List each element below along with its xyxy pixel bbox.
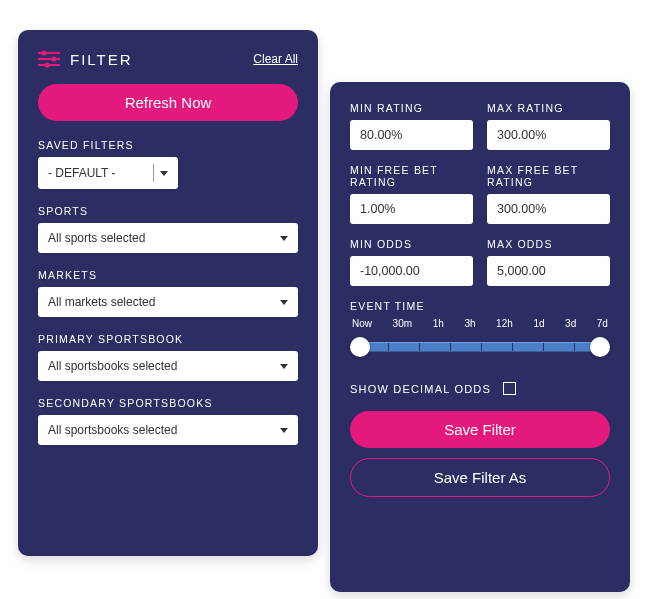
event-time-slider[interactable]: Now 30m 1h 3h 12h 1d 3d 7d [350,318,610,362]
free-bet-rating-row: MIN FREE BET RATING MAX FREE BET RATING [350,164,610,224]
tick: 1d [533,318,544,329]
chevron-down-icon [280,364,288,369]
min-rating-label: MIN RATING [350,102,473,114]
chevron-down-icon [280,428,288,433]
refresh-now-button[interactable]: Refresh Now [38,84,298,121]
odds-row: MIN ODDS MAX ODDS [350,238,610,286]
tick: 12h [496,318,513,329]
saved-filters-group: SAVED FILTERS - DEFAULT - [38,139,298,189]
max-odds-group: MAX ODDS [487,238,610,286]
event-time-label: EVENT TIME [350,300,610,312]
chevron-down-icon [160,171,168,176]
min-rating-input[interactable] [350,120,473,150]
saved-filters-select[interactable]: - DEFAULT - [38,157,178,189]
secondary-sportsbooks-select[interactable]: All sportsbooks selected [38,415,298,445]
svg-point-4 [51,56,56,61]
select-divider [153,164,154,182]
markets-select[interactable]: All markets selected [38,287,298,317]
slider-thumb-max[interactable] [590,337,610,357]
save-filter-as-button[interactable]: Save Filter As [350,458,610,497]
primary-sportsbook-group: PRIMARY SPORTSBOOK All sportsbooks selec… [38,333,298,381]
max-rating-label: MAX RATING [487,102,610,114]
min-free-bet-rating-input[interactable] [350,194,473,224]
max-rating-group: MAX RATING [487,102,610,150]
show-decimal-odds-checkbox[interactable] [503,382,516,395]
markets-label: MARKETS [38,269,298,281]
sports-value: All sports selected [48,231,145,245]
chevron-down-icon [280,300,288,305]
secondary-sportsbooks-value: All sportsbooks selected [48,423,177,437]
svg-point-5 [44,62,49,67]
min-free-bet-rating-group: MIN FREE BET RATING [350,164,473,224]
max-free-bet-rating-group: MAX FREE BET RATING [487,164,610,224]
tick: Now [352,318,372,329]
event-time-group: EVENT TIME Now 30m 1h 3h 12h 1d 3d 7d [350,300,610,362]
save-filter-button[interactable]: Save Filter [350,411,610,448]
filter-title-text: FILTER [70,51,133,68]
saved-filters-value: - DEFAULT - [48,166,116,180]
max-free-bet-rating-label: MAX FREE BET RATING [487,164,610,188]
secondary-sportsbooks-label: SECONDARY SPORTSBOOKS [38,397,298,409]
sports-group: SPORTS All sports selected [38,205,298,253]
slider-track [358,342,602,352]
max-odds-input[interactable] [487,256,610,286]
saved-filters-label: SAVED FILTERS [38,139,298,151]
max-odds-label: MAX ODDS [487,238,610,250]
filter-panel-left: FILTER Clear All Refresh Now SAVED FILTE… [18,30,318,556]
filter-title: FILTER [38,50,133,68]
tick: 3d [565,318,576,329]
sports-select[interactable]: All sports selected [38,223,298,253]
min-free-bet-rating-label: MIN FREE BET RATING [350,164,473,188]
min-odds-group: MIN ODDS [350,238,473,286]
show-decimal-odds-row: SHOW DECIMAL ODDS [350,382,610,395]
clear-all-link[interactable]: Clear All [253,52,298,66]
max-rating-input[interactable] [487,120,610,150]
markets-value: All markets selected [48,295,155,309]
rating-row: MIN RATING MAX RATING [350,102,610,150]
filter-icon [38,50,60,68]
sports-label: SPORTS [38,205,298,217]
chevron-down-icon [280,236,288,241]
min-rating-group: MIN RATING [350,102,473,150]
max-free-bet-rating-input[interactable] [487,194,610,224]
svg-point-3 [41,50,46,55]
primary-sportsbook-select[interactable]: All sportsbooks selected [38,351,298,381]
primary-sportsbook-value: All sportsbooks selected [48,359,177,373]
event-time-ticks: Now 30m 1h 3h 12h 1d 3d 7d [350,318,610,329]
filter-panel-right: MIN RATING MAX RATING MIN FREE BET RATIN… [330,82,630,592]
primary-sportsbook-label: PRIMARY SPORTSBOOK [38,333,298,345]
secondary-sportsbooks-group: SECONDARY SPORTSBOOKS All sportsbooks se… [38,397,298,445]
tick: 3h [464,318,475,329]
tick: 1h [433,318,444,329]
tick: 7d [597,318,608,329]
markets-group: MARKETS All markets selected [38,269,298,317]
filter-header: FILTER Clear All [38,50,298,68]
show-decimal-odds-label: SHOW DECIMAL ODDS [350,383,491,395]
min-odds-input[interactable] [350,256,473,286]
tick: 30m [393,318,412,329]
slider-thumb-min[interactable] [350,337,370,357]
min-odds-label: MIN ODDS [350,238,473,250]
